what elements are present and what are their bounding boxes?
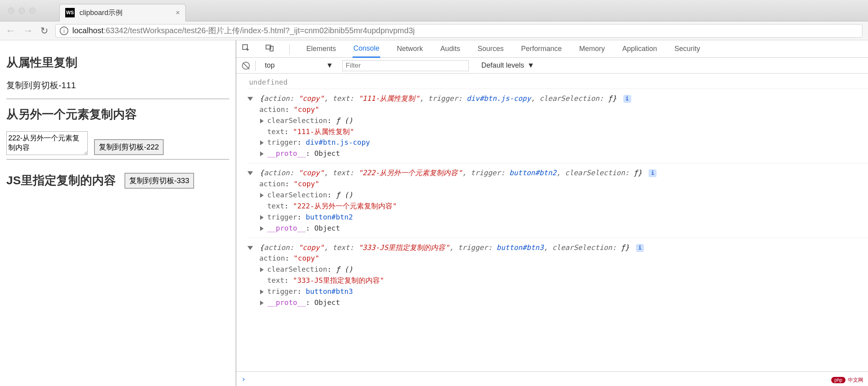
- browser-tab[interactable]: WS clipboard示例 ×: [59, 4, 186, 21]
- watermark-text: 中文网: [848, 377, 863, 384]
- log-prop[interactable]: trigger: button#btn3: [259, 286, 868, 297]
- log-prop[interactable]: __proto__: Object: [259, 148, 868, 159]
- console-toolbar: top ▼ Default levels ▼: [236, 58, 868, 74]
- info-icon[interactable]: i: [623, 95, 631, 103]
- site-info-icon[interactable]: i: [60, 26, 68, 35]
- log-prop[interactable]: clearSelection: ƒ (): [259, 115, 868, 126]
- tab-memory[interactable]: Memory: [578, 40, 606, 57]
- info-icon[interactable]: i: [649, 169, 657, 177]
- log-entry[interactable]: {action: "copy", text: "222-从另外一个元素复制内容"…: [247, 163, 868, 237]
- tab-title: clipboard示例: [79, 8, 123, 17]
- tab-security[interactable]: Security: [674, 40, 701, 57]
- context-label: top: [265, 61, 275, 70]
- expand-icon[interactable]: [260, 290, 264, 294]
- copy-link-111[interactable]: 复制到剪切板-111: [6, 79, 229, 91]
- devtools-tabbar: Elements Console Network Audits Sources …: [236, 40, 868, 58]
- tab-application[interactable]: Application: [621, 40, 658, 57]
- url-path: :63342/testWorkspace/test26-图片上传/index-5…: [104, 25, 415, 36]
- console-output[interactable]: undefined {action: "copy", text: "111-从属…: [236, 74, 868, 371]
- rendered-page: 从属性里复制 复制到剪切板-111 从另外一个元素复制内容 222-从另外一个元…: [0, 40, 236, 386]
- log-summary: {action: "copy", text: "333-JS里指定复制的内容",…: [247, 242, 868, 253]
- divider: [6, 98, 229, 99]
- tab-elements[interactable]: Elements: [306, 40, 337, 57]
- info-icon[interactable]: i: [636, 244, 644, 252]
- log-prop: text: "333-JS里指定复制的内容": [259, 275, 868, 286]
- expand-icon[interactable]: [247, 171, 253, 175]
- tab-network[interactable]: Network: [396, 40, 424, 57]
- separator: [289, 44, 290, 54]
- log-entry[interactable]: {action: "copy", text: "111-从属性复制", trig…: [247, 89, 868, 163]
- copy-button-222[interactable]: 复制到剪切板-222: [94, 139, 164, 155]
- device-toggle-icon[interactable]: [266, 44, 274, 54]
- favicon-icon: WS: [65, 8, 75, 17]
- forward-icon[interactable]: →: [23, 25, 33, 37]
- reload-icon[interactable]: ↻: [40, 25, 48, 36]
- source-textarea[interactable]: 222-从另外一个元素复制内容: [6, 131, 88, 155]
- tab-sources[interactable]: Sources: [477, 40, 504, 57]
- separator: [255, 61, 256, 71]
- watermark-badge: php: [831, 377, 845, 383]
- tab-audits[interactable]: Audits: [440, 40, 461, 57]
- maximize-window-icon[interactable]: [29, 8, 36, 14]
- log-undefined: undefined: [249, 77, 868, 88]
- log-summary: {action: "copy", text: "111-从属性复制", trig…: [247, 93, 868, 104]
- watermark: php 中文网: [831, 377, 863, 384]
- log-prop[interactable]: trigger: div#btn.js-copy: [259, 137, 868, 148]
- log-prop: text: "222-从另外一个元素复制内容": [259, 201, 868, 212]
- window-controls: [8, 8, 36, 14]
- close-window-icon[interactable]: [8, 8, 14, 14]
- log-prop: action: "copy": [259, 253, 868, 264]
- section3-heading: JS里指定复制的内容: [6, 172, 116, 189]
- console-filter-input[interactable]: [342, 60, 469, 71]
- section2-row: 222-从另外一个元素复制内容 复制到剪切板-222: [6, 131, 229, 155]
- tab-bar: WS clipboard示例 ×: [0, 0, 868, 21]
- devtools-panel: Elements Console Network Audits Sources …: [236, 40, 868, 386]
- log-prop: action: "copy": [259, 178, 868, 189]
- log-prop[interactable]: __proto__: Object: [259, 297, 868, 308]
- address-bar: ← → ↻ i localhost:63342/testWorkspace/te…: [0, 21, 868, 40]
- expand-icon[interactable]: [247, 97, 253, 101]
- log-prop[interactable]: clearSelection: ƒ (): [259, 264, 868, 275]
- clear-console-icon[interactable]: [242, 62, 250, 70]
- expand-icon[interactable]: [260, 267, 264, 272]
- log-prop[interactable]: trigger: button#btn2: [259, 212, 868, 223]
- log-prop[interactable]: clearSelection: ƒ (): [259, 189, 868, 201]
- back-icon[interactable]: ←: [6, 25, 16, 37]
- levels-label: Default levels: [481, 61, 524, 70]
- expand-icon[interactable]: [260, 193, 264, 198]
- url-host: localhost: [72, 26, 104, 35]
- tab-console[interactable]: Console: [353, 41, 380, 58]
- expand-icon[interactable]: [260, 215, 264, 220]
- expand-icon[interactable]: [260, 301, 264, 305]
- expand-icon[interactable]: [260, 226, 264, 231]
- console-prompt[interactable]: ›: [236, 371, 868, 386]
- minimize-window-icon[interactable]: [19, 8, 25, 14]
- section3-row: JS里指定复制的内容 复制到剪切板-333: [6, 163, 229, 198]
- tab-close-icon[interactable]: ×: [175, 9, 180, 17]
- url-input[interactable]: i localhost:63342/testWorkspace/test26-图…: [55, 24, 862, 38]
- browser-window: WS clipboard示例 × ← → ↻ i localhost:63342…: [0, 0, 868, 386]
- log-summary: {action: "copy", text: "222-从另外一个元素复制内容"…: [247, 167, 868, 178]
- tab-performance[interactable]: Performance: [520, 40, 562, 57]
- inspect-icon[interactable]: [242, 44, 250, 54]
- expand-icon[interactable]: [247, 246, 253, 250]
- expand-icon[interactable]: [260, 151, 264, 156]
- context-select[interactable]: top ▼: [261, 60, 337, 71]
- chevron-down-icon: ▼: [527, 61, 534, 70]
- log-prop[interactable]: __proto__: Object: [259, 223, 868, 234]
- divider: [6, 159, 229, 160]
- log-prop: action: "copy": [259, 104, 868, 115]
- section2-heading: 从另外一个元素复制内容: [6, 106, 229, 123]
- expand-icon[interactable]: [260, 119, 264, 123]
- log-entry[interactable]: {action: "copy", text: "333-JS里指定复制的内容",…: [247, 238, 868, 312]
- log-prop: text: "111-从属性复制": [259, 126, 868, 137]
- copy-button-333[interactable]: 复制到剪切板-333: [125, 173, 194, 189]
- section1-heading: 从属性里复制: [6, 55, 229, 71]
- expand-icon[interactable]: [260, 140, 264, 145]
- main-split: 从属性里复制 复制到剪切板-111 从另外一个元素复制内容 222-从另外一个元…: [0, 40, 868, 386]
- log-levels-select[interactable]: Default levels ▼: [481, 61, 534, 70]
- chevron-down-icon: ▼: [326, 61, 333, 70]
